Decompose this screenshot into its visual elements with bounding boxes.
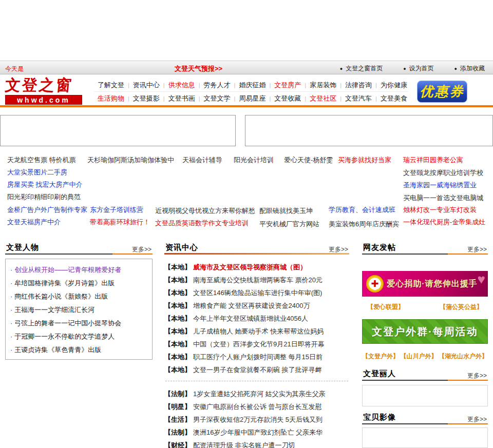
- news-tag: 【本地】: [164, 365, 191, 375]
- topbar-link-3[interactable]: ●添加收藏: [454, 64, 485, 73]
- list-bullet: ·: [10, 306, 12, 314]
- news-item[interactable]: 【本地】威海市及文登区领导视察浙商城（图）: [164, 261, 349, 274]
- outdoor-link-2[interactable]: 【山川户外】: [401, 352, 438, 361]
- people-item-3[interactable]: ·蔄红伟长篇小说《新娘祭》出版: [10, 290, 147, 303]
- promo-link-9[interactable]: 文登颐龙按摩职业培训学校: [403, 168, 483, 178]
- people-item-2[interactable]: ·牟培国格律诗集《岁月诗篇》出版: [10, 277, 147, 290]
- charity-banner[interactable]: ✚ 爱心捐助·请您伸出援手 ♥: [362, 271, 488, 297]
- charity-links: 【爱心联盟】【蒲公英公益】: [362, 303, 488, 311]
- topbar-link-2[interactable]: ●设为首页: [403, 64, 433, 73]
- nav-item-2-9[interactable]: 文登美食: [377, 94, 411, 103]
- news-title: 配资清理升级 非实名账户遭一刀切: [193, 441, 295, 448]
- news-item[interactable]: 【本地】职工医疗个人账户划拨时间调整 每月15日前: [164, 350, 349, 363]
- baby-more-link[interactable]: 更多>>: [467, 415, 487, 424]
- news-item[interactable]: 【本地】中国（文登）西洋参文化节9月21日即将开幕: [164, 338, 349, 350]
- news-item[interactable]: 【法制】澳洲16岁少年服中国产致幻剂坠亡 父亲来华: [164, 426, 349, 439]
- nav-item-1-1[interactable]: 了解文登: [94, 81, 128, 90]
- promo-link-20[interactable]: 文登天福房产中介: [7, 218, 61, 227]
- news-item[interactable]: 【本地】南海至威海公交快线新增两辆客车 票价20元: [164, 274, 349, 286]
- outdoor-link-1[interactable]: 【文登户外】: [362, 352, 399, 361]
- nav-item-2-8[interactable]: 文登汽车: [342, 94, 375, 103]
- news-item[interactable]: 【本地】增粮食产能 文登区再获建设资金2400万: [164, 299, 349, 312]
- news-item[interactable]: 【明星】安徽广电原副台长被公诉 曾与原台长互发慰: [164, 400, 349, 413]
- promo-link-7[interactable]: 瑞云祥田园养老公寓: [403, 155, 463, 165]
- news-more-link[interactable]: 更多>>: [329, 245, 348, 254]
- nav-item-1-8[interactable]: 法律咨询: [342, 81, 375, 90]
- promo-link-17[interactable]: 配眼镜就找美玉坤: [259, 206, 313, 216]
- promo-link-14[interactable]: 金桥广告户外广告制作专家: [7, 205, 87, 215]
- promo-link-5[interactable]: 爱心天使-杨舒雯: [284, 155, 333, 165]
- news-item[interactable]: 【本地】文登一男子在食堂就餐不刷碗 挨了批评寻衅: [164, 363, 349, 376]
- charity-badge-icon: ✚: [366, 275, 384, 293]
- weather-forecast-link[interactable]: 文登天气预报>>: [175, 64, 222, 73]
- nav-item-1-6[interactable]: 文登房产: [271, 81, 305, 90]
- people-item-6[interactable]: ·于冠卿一一永不停歇的文学追梦人: [10, 330, 147, 343]
- outdoor-link-3[interactable]: 【湖光山水户外】: [439, 352, 488, 361]
- coupon-button[interactable]: 优惠券: [417, 81, 467, 103]
- list-bullet: ·: [10, 333, 12, 340]
- people-item-text: 王福海一一文学细流汇长河: [14, 306, 94, 314]
- topbar-link-1[interactable]: ●文登之窗首页: [340, 64, 383, 73]
- bullet-icon: ●: [454, 66, 457, 71]
- promo-link-22[interactable]: 文登品质英语数学作文专业培训: [155, 219, 249, 228]
- charity-link-2[interactable]: 【蒲公英公益】: [440, 303, 483, 311]
- promo-link-19[interactable]: 烛林灯改一专业车灯改装: [403, 205, 477, 215]
- news-item[interactable]: 【财经】配资清理升级 非实名账户遭一刀切: [164, 439, 349, 448]
- promo-link-10[interactable]: 房屋买卖 找宏大房产中介: [7, 180, 83, 189]
- outdoor-links: 【文登户外】【山川户外】【湖光山水户外】: [362, 352, 488, 361]
- promo-link-3[interactable]: 天福会计辅导: [182, 155, 222, 165]
- nav-item-2-2[interactable]: 文登摄影: [129, 94, 163, 103]
- nav-item-2-1[interactable]: 生活购物: [94, 94, 128, 103]
- promo-link-18[interactable]: 学历教育、会计速成班: [329, 205, 395, 215]
- nav-item-1-3[interactable]: 供求信息: [165, 81, 199, 90]
- baby-section-header: 宝贝影像 更多>>: [362, 411, 488, 424]
- people-item-1[interactable]: ·创业从根开始——记青年根雕爱好者: [10, 263, 147, 277]
- topbar: 今天是 文登天气预报>> ●文登之窗首页●设为首页●添加收藏: [0, 61, 493, 74]
- news-item[interactable]: 【生活】男子深夜收短信2万元存款消失 5天后钱又到: [164, 413, 349, 426]
- promo-link-23[interactable]: 平安机械厂官方网站: [259, 220, 319, 229]
- nav-item-1-7[interactable]: 家居装饰: [306, 81, 340, 90]
- promo-link-11[interactable]: 圣海家园一威海锦绣置业: [403, 181, 477, 190]
- beauty-more-link[interactable]: 更多>>: [467, 372, 487, 380]
- nav-item-2-3[interactable]: 文登书画: [165, 94, 199, 103]
- nav-item-1-4[interactable]: 劳务人才: [200, 81, 234, 90]
- promo-link-8[interactable]: 大堂实景图片二手房: [7, 168, 67, 177]
- nav-item-1-9[interactable]: 为你健康: [377, 81, 411, 90]
- site-logo[interactable]: 文登之窗 whwd.com: [5, 76, 82, 105]
- charity-link-1[interactable]: 【爱心联盟】: [367, 303, 404, 311]
- posts-more-link[interactable]: 更多>>: [467, 245, 487, 254]
- nav-item-2-7[interactable]: 文登社区: [306, 94, 340, 103]
- people-item-7[interactable]: ·王谡贞诗集《草色青青》出版: [10, 343, 147, 357]
- news-title: 儿子成植物人 她要动手术 快来帮帮这位妈妈: [193, 327, 324, 336]
- news-tag: 【本地】: [164, 301, 191, 310]
- promo-link-15[interactable]: 东方金子塔训练营: [90, 205, 143, 215]
- news-item[interactable]: 【本地】文登区146辆危险品运输车进行集中年审(图): [164, 286, 349, 299]
- promo-link-6[interactable]: 买海参就找好当家: [338, 155, 391, 165]
- nav-item-2-6[interactable]: 文登收藏: [271, 94, 305, 103]
- promo-link-12[interactable]: 阳光彩印精细印刷的典范: [7, 192, 81, 202]
- news-item[interactable]: 【法制】1岁女童遭姑父掐死弃河 姑父实为其亲生父亲: [164, 387, 349, 400]
- promo-link-2[interactable]: 天杉瑜伽阿斯汤加瑜伽体验中: [87, 155, 174, 165]
- people-more-link[interactable]: 更多>>: [132, 245, 151, 254]
- news-tag: 【生活】: [164, 415, 191, 424]
- news-item[interactable]: 【本地】今年上半年文登区城镇新增就业4056人: [164, 312, 349, 325]
- promo-link-24[interactable]: 美室装饰6周年店庆酬宾: [329, 220, 399, 229]
- news-tag: 【法制】: [164, 428, 191, 437]
- nav-item-2-5[interactable]: 周易星座: [235, 94, 269, 103]
- people-item-4[interactable]: ·王福海一一文学细流汇长河: [10, 303, 147, 317]
- news-item[interactable]: 【本地】儿子成植物人 她要动手术 快来帮帮这位妈妈: [164, 325, 349, 338]
- promo-link-1[interactable]: 天龙航空售票 特价机票: [7, 155, 76, 165]
- promo-link-16[interactable]: 近视弱视父母忧视立方来帮你解愁: [155, 206, 255, 216]
- outdoor-banner[interactable]: 文登户外群·每周活动: [362, 319, 488, 344]
- nav-item-2-4[interactable]: 文登文学: [200, 94, 234, 103]
- people-item-5[interactable]: ·弓弦上的舞者一一记中国小提琴协会: [10, 317, 147, 330]
- charity-banner-text: 爱心捐助·请您伸出援手: [387, 279, 477, 289]
- header-divider: [0, 105, 493, 107]
- people-section-header: 文登人物 更多>>: [5, 241, 153, 255]
- nav-item-1-2[interactable]: 资讯中心: [129, 81, 163, 90]
- nav-item-1-5[interactable]: 婚庆征婚: [235, 81, 269, 90]
- promo-link-25[interactable]: 一体化现代厨房-金帝集成灶: [403, 218, 485, 227]
- promo-link-4[interactable]: 阳光会计培训: [234, 155, 274, 165]
- promo-link-13[interactable]: 买电脑一一首选文登电脑城: [403, 193, 483, 203]
- promo-link-21[interactable]: 带着高薪环球旅行！: [90, 218, 150, 227]
